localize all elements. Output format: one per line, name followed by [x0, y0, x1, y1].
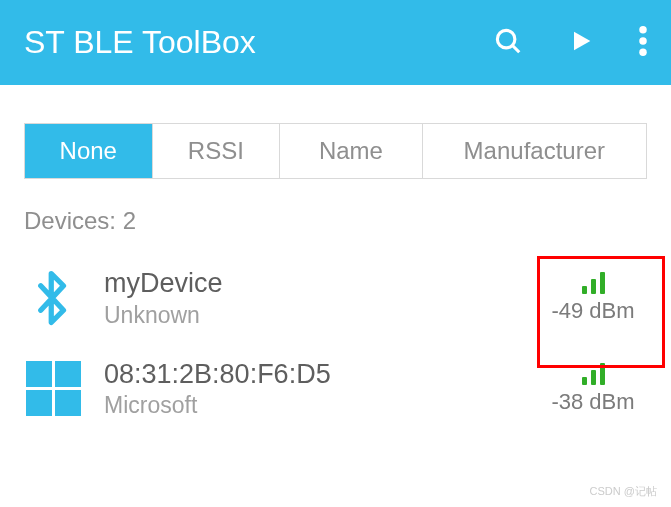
filter-tabs: None RSSI Name Manufacturer — [24, 123, 647, 179]
svg-point-0 — [497, 30, 515, 48]
play-icon[interactable] — [567, 27, 595, 59]
device-vendor: Unknown — [104, 301, 539, 330]
device-vendor: Microsoft — [104, 391, 539, 420]
bluetooth-icon — [24, 269, 82, 327]
device-row[interactable]: 08:31:2B:80:F6:D5 Microsoft -38 dBm — [0, 344, 671, 435]
app-header: ST BLE ToolBox — [0, 0, 671, 85]
filter-tab-none[interactable]: None — [25, 124, 153, 178]
header-actions — [493, 26, 647, 60]
device-name: 08:31:2B:80:F6:D5 — [104, 358, 539, 392]
signal-indicator: -38 dBm — [539, 363, 647, 415]
signal-indicator: -49 dBm — [539, 272, 647, 324]
device-name: myDevice — [104, 267, 539, 301]
svg-point-3 — [639, 26, 647, 34]
search-icon[interactable] — [493, 26, 523, 60]
more-icon[interactable] — [639, 26, 647, 60]
devices-count: Devices: 2 — [24, 207, 647, 235]
svg-point-4 — [639, 37, 647, 45]
svg-point-5 — [639, 48, 647, 56]
rssi-value: -38 dBm — [539, 389, 647, 415]
filter-tab-name[interactable]: Name — [280, 124, 422, 178]
watermark: CSDN @记帖 — [590, 484, 657, 499]
svg-line-1 — [513, 45, 520, 52]
svg-marker-2 — [574, 31, 590, 50]
signal-bars-icon — [582, 272, 605, 294]
device-info: 08:31:2B:80:F6:D5 Microsoft — [104, 358, 539, 421]
rssi-value: -49 dBm — [539, 298, 647, 324]
filter-tab-rssi[interactable]: RSSI — [153, 124, 281, 178]
windows-icon — [24, 360, 82, 418]
filter-tab-manufacturer[interactable]: Manufacturer — [423, 124, 646, 178]
signal-bars-icon — [582, 363, 605, 385]
device-info: myDevice Unknown — [104, 267, 539, 330]
app-title: ST BLE ToolBox — [24, 24, 493, 61]
device-row[interactable]: myDevice Unknown -49 dBm — [0, 253, 671, 344]
